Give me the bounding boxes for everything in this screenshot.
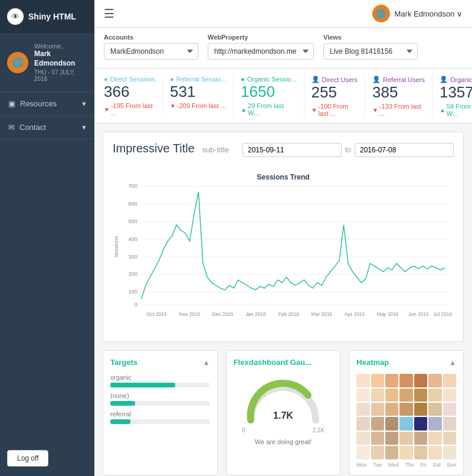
webproperty-select[interactable]: http://markedmondson.me — [208, 43, 314, 60]
heatmap-cell-15 — [371, 403, 384, 416]
svg-text:Oct 2015: Oct 2015 — [147, 311, 167, 317]
stat-value-0: 366 — [104, 83, 155, 101]
views-select[interactable]: Live Blog 81416156 — [323, 43, 418, 60]
target-label-0: organic — [110, 374, 210, 381]
chart-svg-title: Sessions Trend — [257, 173, 310, 181]
stat-change-3: ▼ -100 From last ... — [312, 103, 358, 117]
chevron-down-icon: ▾ — [82, 99, 86, 108]
stat-change-text-2: 29 From last W... — [248, 102, 297, 116]
sidebar-item-resources[interactable]: ▣ Resources ▾ — [0, 92, 94, 116]
sidebar-date: THU - 07 JULY, 2016 — [34, 69, 87, 82]
chart-date-separator: to — [345, 146, 351, 154]
heatmap-cell-35 — [356, 446, 369, 459]
stat-label-1: ● Referral Sessio... — [170, 76, 226, 83]
sidebar-item-contact[interactable]: ✉ Contact ▾ — [0, 116, 94, 139]
stat-change-text-5: 58 From last W... — [447, 103, 472, 117]
stat-icon-1: ● — [170, 76, 174, 83]
heatmap-cell-19 — [428, 403, 441, 416]
stat-card-1: ● Referral Sessio... 531 ▼ -209 From las… — [163, 76, 234, 117]
chevron-down-icon-contact: ▾ — [82, 123, 86, 132]
heatmap-widget-title: Heatmap — [356, 358, 389, 367]
target-bar-fill-0 — [110, 383, 175, 387]
stat-icon-0: ● — [104, 76, 108, 83]
chart-section: Impressive Title sub-title to Sessions T… — [103, 132, 464, 342]
gauge-widget-header: Flexdashboard Gau... — [234, 358, 333, 367]
widgets-row: Targets ▲ organic (none) referral Flexda… — [103, 350, 464, 475]
heatmap-chevron-icon[interactable]: ▲ — [449, 358, 456, 367]
sidebar-welcome: Welcome, — [34, 43, 87, 50]
gauge-widget-title: Flexdashboard Gau... — [234, 358, 312, 367]
accounts-label: Accounts — [104, 34, 198, 41]
stat-change-0: ▼ -195 From last ... — [104, 102, 155, 116]
heatmap-cell-32 — [414, 432, 427, 445]
heatmap-cell-22 — [371, 417, 384, 430]
target-label-2: referral — [110, 410, 210, 418]
topbar-username: Mark Edmondson ∨ — [395, 9, 463, 18]
stat-label-4: 👤 Referral Users — [372, 76, 425, 83]
hamburger-icon[interactable]: ☰ — [104, 6, 114, 21]
gauge-min-label: 0 — [242, 427, 245, 433]
svg-text:100: 100 — [128, 289, 137, 295]
target-item-1: (none) — [110, 392, 210, 406]
heatmap-label-1: Tue — [373, 462, 382, 468]
heatmap-cell-25 — [414, 417, 427, 430]
targets-widget-header: Targets ▲ — [110, 358, 210, 367]
targets-chevron-icon[interactable]: ▲ — [203, 358, 210, 367]
stat-arrow-2: ▲ — [241, 106, 247, 113]
svg-text:600: 600 — [128, 201, 137, 207]
heatmap-cell-13 — [443, 389, 456, 402]
gauge-note: We are doing great! — [255, 438, 312, 445]
heatmap-cell-7 — [356, 389, 369, 402]
sidebar-item-resources-label: Resources — [20, 99, 57, 108]
svg-text:Nov 2015: Nov 2015 — [179, 311, 201, 317]
svg-text:Jun 2016: Jun 2016 — [408, 311, 429, 317]
heatmap-cell-31 — [399, 432, 412, 445]
targets-widget-title: Targets — [110, 358, 137, 367]
svg-text:400: 400 — [128, 236, 137, 242]
sidebar-title: Shiny HTML — [28, 12, 76, 21]
svg-text:Dec 2015: Dec 2015 — [212, 311, 234, 317]
heatmap-label-6: Sun — [447, 462, 456, 468]
svg-text:700: 700 — [128, 183, 137, 189]
stat-icon-3: 👤 — [312, 76, 320, 83]
stat-arrow-1: ▼ — [170, 103, 176, 109]
eye-icon: 👁 — [7, 8, 24, 25]
heatmap-cell-26 — [428, 417, 441, 430]
stat-change-4: ▼ -133 From last ... — [372, 103, 425, 117]
chart-title-sub: sub-title — [202, 145, 229, 154]
heatmap-cell-10 — [399, 389, 412, 402]
svg-text:Mar 2016: Mar 2016 — [312, 311, 333, 317]
heatmap-cell-30 — [385, 432, 398, 445]
main-content: ☰ 🌐 Mark Edmondson ∨ Accounts MarkEdmond… — [94, 0, 472, 476]
sidebar-logout: Log off — [7, 450, 87, 467]
target-bar-fill-1 — [110, 401, 135, 406]
targets-list: organic (none) referral — [110, 374, 210, 424]
heatmap-cell-9 — [385, 389, 398, 402]
webproperty-filter: WebProperty http://markedmondson.me — [208, 34, 314, 60]
logout-button[interactable]: Log off — [7, 450, 48, 467]
stat-card-3: 👤 Direct Users 255 ▼ -100 From last ... — [304, 76, 366, 117]
chart-date-from[interactable] — [242, 143, 342, 157]
heatmap-cell-37 — [385, 446, 398, 459]
chart-date-to[interactable] — [355, 143, 454, 157]
topbar-user[interactable]: 🌐 Mark Edmondson ∨ — [372, 5, 463, 22]
chart-svg: Sessions Trend 700 600 500 400 300 200 1… — [113, 164, 454, 330]
resources-icon: ▣ — [8, 99, 15, 108]
target-bar-bg-0 — [110, 383, 210, 387]
views-label: Views — [323, 34, 418, 41]
heatmap-cell-41 — [443, 446, 456, 459]
views-filter: Views Live Blog 81416156 — [323, 34, 418, 60]
target-bar-bg-1 — [110, 401, 210, 406]
heatmap-cell-0 — [356, 374, 369, 387]
heatmap-cell-21 — [356, 417, 369, 430]
accounts-select[interactable]: MarkEdmondson — [104, 43, 198, 60]
gauge-svg: 1.7K — [242, 379, 324, 426]
filters-row: Accounts MarkEdmondson WebProperty http:… — [94, 28, 472, 69]
stat-card-2: ● Organic Sessio... 1650 ▲ 29 From last … — [234, 76, 304, 117]
heatmap-cell-36 — [371, 446, 384, 459]
heatmap-day-labels: MonTueWedThuFriSatSun — [356, 462, 456, 468]
sidebar-user-info: Welcome, Mark Edmondson THU - 07 JULY, 2… — [34, 43, 87, 82]
svg-text:Apr 2016: Apr 2016 — [345, 311, 365, 317]
heatmap-cell-24 — [399, 417, 412, 430]
heatmap-cell-29 — [371, 432, 384, 445]
